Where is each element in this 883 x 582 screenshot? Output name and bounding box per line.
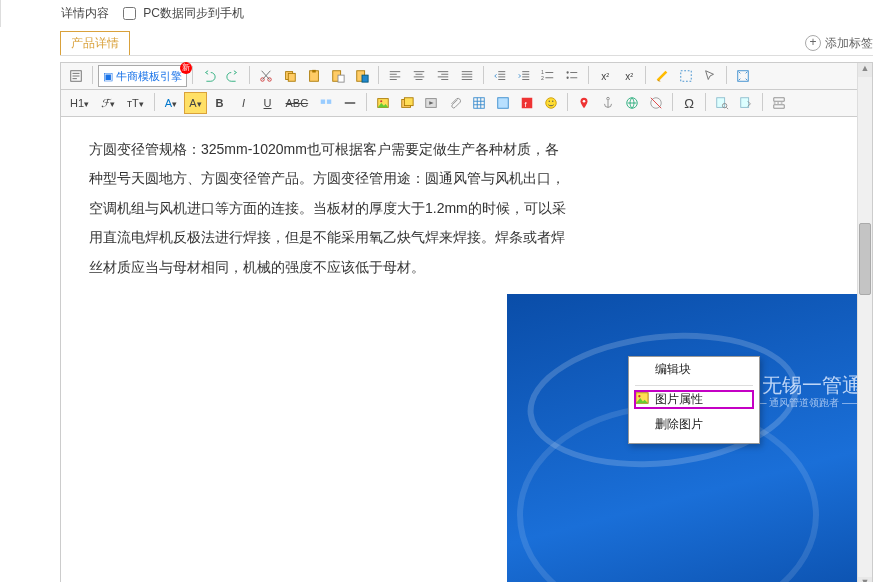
- align-right-icon[interactable]: [432, 65, 454, 87]
- ordered-list-icon[interactable]: 12: [537, 65, 559, 87]
- copy-icon[interactable]: [279, 65, 301, 87]
- svg-point-30: [552, 101, 553, 102]
- paste-word-icon[interactable]: [351, 65, 373, 87]
- ctx-image-properties-label: 图片属性: [655, 391, 703, 408]
- sync-label: PC数据同步到手机: [143, 6, 244, 20]
- svg-rect-18: [327, 100, 331, 104]
- editor-content[interactable]: 方圆变径管规格：325mm-1020mm也可根据客户需要定做生产各种材质，各种型…: [61, 117, 872, 582]
- ctx-edit-block-label: 编辑块: [655, 361, 691, 378]
- image-context-menu: 编辑块 图片属性 删除图片: [628, 356, 760, 444]
- unlink-icon[interactable]: [645, 92, 667, 114]
- svg-point-32: [607, 97, 610, 100]
- add-tag-label: 添加标签: [825, 35, 873, 52]
- svg-rect-26: [522, 98, 533, 109]
- scroll-thumb[interactable]: [859, 223, 871, 295]
- pagebreak-icon[interactable]: [768, 92, 790, 114]
- align-center-icon[interactable]: [408, 65, 430, 87]
- redo-icon[interactable]: [222, 65, 244, 87]
- special-char-icon[interactable]: Ω: [678, 92, 700, 114]
- svg-rect-10: [362, 75, 368, 82]
- insert-code-icon[interactable]: [492, 92, 514, 114]
- ctx-edit-block[interactable]: 编辑块: [629, 357, 759, 382]
- body-paragraph: 方圆变径管规格：325mm-1020mm也可根据客户需要定做生产各种材质，各种型…: [89, 135, 569, 282]
- svg-rect-24: [474, 98, 485, 109]
- ctx-delete-image[interactable]: 删除图片: [629, 412, 759, 437]
- svg-rect-6: [312, 70, 316, 73]
- superscript-icon[interactable]: x²: [618, 65, 640, 87]
- svg-point-13: [567, 71, 569, 73]
- insert-table-icon[interactable]: [468, 92, 490, 114]
- anchor-icon[interactable]: [597, 92, 619, 114]
- svg-rect-25: [498, 98, 509, 109]
- fullscreen-icon[interactable]: [732, 65, 754, 87]
- new-badge: 新: [180, 62, 192, 74]
- align-justify-icon[interactable]: [456, 65, 478, 87]
- svg-text:2: 2: [541, 75, 544, 81]
- vertical-scrollbar[interactable]: ▲ ▼: [857, 63, 872, 582]
- underline-button[interactable]: U: [257, 92, 279, 114]
- strikethrough-button[interactable]: ABC: [281, 92, 314, 114]
- ctx-image-properties[interactable]: 图片属性: [633, 389, 755, 410]
- svg-point-29: [549, 101, 550, 102]
- italic-button[interactable]: I: [233, 92, 255, 114]
- highlight-button[interactable]: A▾: [184, 92, 206, 114]
- cursor-icon[interactable]: [699, 65, 721, 87]
- insert-emoji-icon[interactable]: [540, 92, 562, 114]
- link-icon[interactable]: [621, 92, 643, 114]
- svg-point-14: [567, 77, 569, 79]
- ctx-delete-image-label: 删除图片: [655, 416, 703, 433]
- sync-checkbox[interactable]: [123, 7, 136, 20]
- subscript-icon[interactable]: x²: [594, 65, 616, 87]
- clear-format-icon[interactable]: [651, 65, 673, 87]
- svg-rect-22: [405, 98, 414, 106]
- align-left-icon[interactable]: [384, 65, 406, 87]
- indent-icon[interactable]: [513, 65, 535, 87]
- add-tag-button[interactable]: + 添加标签: [805, 35, 873, 52]
- template-engine-button[interactable]: ▣ 牛商模板引擎 新: [98, 65, 187, 87]
- svg-point-39: [638, 395, 640, 397]
- insert-flash-icon[interactable]: f: [516, 92, 538, 114]
- sync-checkbox-wrap[interactable]: PC数据同步到手机: [119, 4, 244, 23]
- image-brand-sub: —— 通风管道领跑者 ——: [746, 392, 862, 413]
- font-size-selector[interactable]: тT▾: [122, 92, 149, 114]
- heading-selector[interactable]: H1▾: [65, 92, 94, 114]
- insert-video-icon[interactable]: [420, 92, 442, 114]
- svg-rect-35: [717, 98, 725, 108]
- svg-rect-37: [741, 98, 749, 108]
- svg-rect-8: [338, 75, 344, 82]
- quote-icon[interactable]: [315, 92, 337, 114]
- font-family-selector[interactable]: ℱ▾: [96, 92, 120, 114]
- replace-icon[interactable]: [735, 92, 757, 114]
- source-icon[interactable]: [65, 65, 87, 87]
- cut-icon[interactable]: [255, 65, 277, 87]
- editor-toolbar-row1: ▣ 牛商模板引擎 新 12 x² x²: [61, 63, 872, 90]
- undo-icon[interactable]: [198, 65, 220, 87]
- paste-icon[interactable]: [303, 65, 325, 87]
- hr-icon[interactable]: [339, 92, 361, 114]
- font-color-button[interactable]: A▾: [160, 92, 182, 114]
- svg-rect-4: [288, 73, 295, 81]
- paste-text-icon[interactable]: [327, 65, 349, 87]
- scroll-up-icon[interactable]: ▲: [858, 63, 872, 77]
- insert-multi-image-icon[interactable]: [396, 92, 418, 114]
- svg-rect-15: [681, 71, 692, 82]
- find-icon[interactable]: [711, 92, 733, 114]
- editor-toolbar-row2: H1▾ ℱ▾ тT▾ A▾ A▾ B I U ABC f: [61, 90, 872, 117]
- map-pin-icon[interactable]: [573, 92, 595, 114]
- plus-icon: +: [805, 35, 821, 51]
- svg-point-31: [583, 100, 586, 103]
- scroll-down-icon[interactable]: ▼: [858, 577, 872, 582]
- image-icon: [635, 391, 655, 408]
- svg-point-20: [380, 100, 382, 102]
- unordered-list-icon[interactable]: [561, 65, 583, 87]
- select-all-icon[interactable]: [675, 65, 697, 87]
- insert-image-icon[interactable]: [372, 92, 394, 114]
- details-label: 详情内容: [61, 5, 109, 22]
- outdent-icon[interactable]: [489, 65, 511, 87]
- bold-button[interactable]: B: [209, 92, 231, 114]
- insert-attachment-icon[interactable]: [444, 92, 466, 114]
- svg-point-28: [546, 98, 557, 109]
- svg-rect-17: [321, 100, 325, 104]
- tab-product-detail[interactable]: 产品详情: [60, 31, 130, 55]
